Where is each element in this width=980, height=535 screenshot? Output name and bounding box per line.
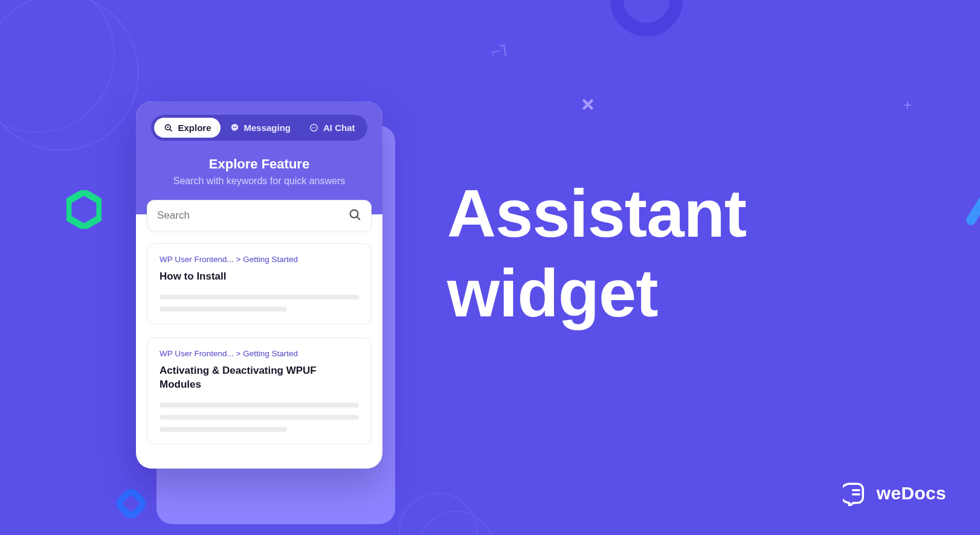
result-title: How to Install xyxy=(160,270,359,284)
svg-rect-1 xyxy=(117,490,144,517)
decor-ring xyxy=(610,0,683,36)
decor-plus-icon: + xyxy=(903,97,912,114)
skeleton-line xyxy=(160,307,287,312)
decor-ring xyxy=(417,511,495,535)
ai-chat-icon xyxy=(309,123,319,133)
page-title: Assistant widget xyxy=(447,174,746,333)
skeleton-line xyxy=(160,295,359,300)
svg-point-5 xyxy=(233,127,234,128)
decor-hexagon xyxy=(66,190,102,231)
decor-x-icon xyxy=(580,97,596,115)
search-icon xyxy=(348,208,361,223)
headline-line2: widget xyxy=(447,255,658,331)
brand: weDocs xyxy=(843,481,946,506)
decor-diamond xyxy=(115,487,147,522)
svg-point-8 xyxy=(311,124,317,131)
svg-point-6 xyxy=(234,127,235,128)
result-title: Activating & Deactivating WPUF Modules xyxy=(160,364,359,392)
decor-arc xyxy=(0,0,115,133)
decor-squiggle: ⌐˥ xyxy=(490,40,506,62)
result-card[interactable]: WP User Frontend... > Getting Started Ac… xyxy=(147,338,372,444)
widget-subtitle: Search with keywords for quick answers xyxy=(149,176,369,187)
explore-icon xyxy=(163,123,173,133)
decor-stripe xyxy=(964,185,980,227)
svg-marker-0 xyxy=(68,192,100,227)
search-box[interactable] xyxy=(147,200,372,231)
breadcrumb: WP User Frontend... > Getting Started xyxy=(160,255,359,264)
decor-arc xyxy=(0,0,139,151)
svg-point-10 xyxy=(314,127,315,129)
brand-name: weDocs xyxy=(877,483,946,504)
skeleton-line xyxy=(160,415,359,420)
assistant-widget: Explore Messaging AI Chat Explore Featur… xyxy=(136,101,382,469)
result-card[interactable]: WP User Frontend... > Getting Started Ho… xyxy=(147,243,372,324)
skeleton-line xyxy=(160,427,287,432)
skeleton-line xyxy=(160,403,359,408)
tab-messaging[interactable]: Messaging xyxy=(221,118,300,138)
svg-point-9 xyxy=(312,127,314,129)
tab-explore[interactable]: Explore xyxy=(154,118,220,138)
headline-line1: Assistant xyxy=(447,176,746,251)
svg-rect-11 xyxy=(314,124,314,125)
messaging-icon xyxy=(230,123,240,133)
tab-label: Messaging xyxy=(244,123,291,133)
widget-stack: Explore Messaging AI Chat Explore Featur… xyxy=(136,101,382,469)
results-list: WP User Frontend... > Getting Started Ho… xyxy=(136,243,382,469)
svg-point-7 xyxy=(235,127,236,128)
tab-label: Explore xyxy=(178,123,211,133)
decor-ring xyxy=(399,493,477,535)
breadcrumb: WP User Frontend... > Getting Started xyxy=(160,349,359,358)
tab-label: AI Chat xyxy=(323,123,355,133)
brand-icon xyxy=(843,481,868,506)
widget-tabs: Explore Messaging AI Chat xyxy=(151,115,367,141)
svg-point-3 xyxy=(167,127,169,129)
search-input[interactable] xyxy=(157,210,348,222)
widget-title: Explore Feature xyxy=(149,156,369,172)
search-area xyxy=(136,214,382,246)
tab-ai-chat[interactable]: AI Chat xyxy=(300,118,364,138)
